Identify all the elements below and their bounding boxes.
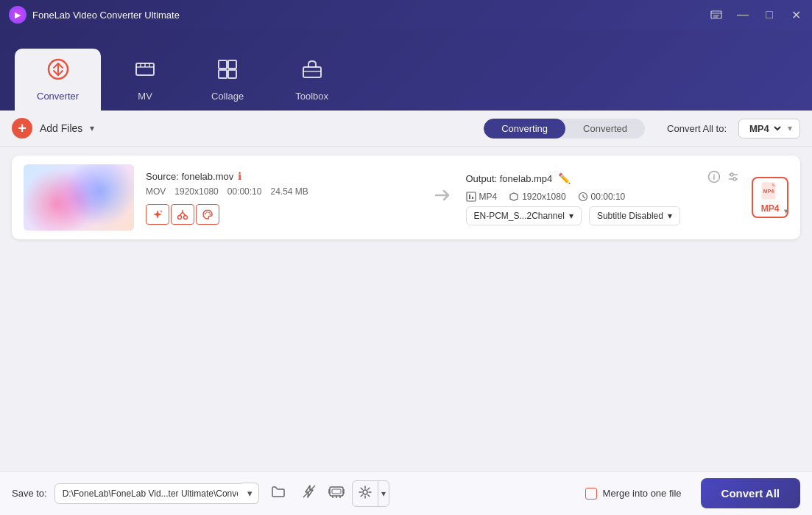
svg-point-17 [184, 216, 188, 220]
nav-tab-converter[interactable]: Converter [15, 49, 101, 111]
svg-rect-13 [228, 70, 236, 78]
file-list: Source: fonelab.mov ℹ MOV 1920x1080 00:0… [0, 147, 812, 248]
subtitle-dropdown[interactable]: Subtitle Disabled ▾ [589, 206, 680, 225]
format-badge-label: MP4 [761, 203, 780, 214]
file-thumbnail [24, 164, 134, 231]
gpu-button[interactable] [324, 481, 349, 505]
output-settings-button[interactable] [727, 170, 740, 187]
svg-point-24 [210, 214, 211, 215]
collage-icon [216, 57, 239, 86]
app-logo: ▶ [9, 6, 27, 24]
svg-point-21 [205, 213, 206, 214]
converter-tab-label: Converter [37, 91, 79, 102]
main-content: + Add Files ▾ Converting Converted Conve… [0, 111, 812, 471]
svg-point-51 [363, 490, 367, 494]
svg-rect-11 [228, 60, 236, 69]
add-files-label: Add Files [40, 122, 82, 134]
add-files-dropdown-arrow[interactable]: ▾ [90, 123, 94, 133]
merge-option: Merge into one file [585, 488, 682, 500]
minimize-button[interactable]: — [735, 7, 750, 22]
audio-dropdown-arrow: ▾ [569, 211, 573, 221]
mv-tab-label: MV [138, 91, 152, 102]
open-folder-button[interactable] [266, 482, 290, 505]
output-meta: MP4 1920x1080 00:00:10 [466, 192, 741, 202]
maximize-button[interactable]: □ [762, 7, 777, 22]
nav-tab-collage[interactable]: Collage [189, 49, 266, 111]
file-size: 24.54 MB [270, 186, 308, 197]
format-badge-arrow: ▾ [784, 207, 788, 215]
merge-label: Merge into one file [603, 488, 682, 499]
nav-tab-toolbox[interactable]: Toolbox [273, 49, 350, 111]
collage-tab-label: Collage [211, 91, 244, 102]
output-label: Output: fonelab.mp4 [466, 173, 553, 184]
subtitle-dropdown-arrow: ▾ [668, 211, 672, 221]
subtitle-value: Subtitle Disabled [597, 211, 663, 221]
convert-all-button[interactable]: Convert All [701, 478, 800, 508]
file-meta: MOV 1920x1080 00:00:10 24.54 MB [146, 186, 420, 197]
nav-tab-mv[interactable]: MV [108, 49, 182, 111]
file-info-right: Output: fonelab.mp4 ✏️ i [466, 170, 741, 225]
title-bar: ▶ FoneLab Video Converter Ultimate — □ ✕ [0, 0, 812, 29]
output-dropdowns: EN-PCM_S...2Channel ▾ Subtitle Disabled … [466, 206, 741, 225]
source-label: Source: fonelab.mov [146, 171, 233, 182]
save-path-dropdown-button[interactable]: ▾ [241, 483, 259, 504]
mv-icon [133, 57, 157, 86]
caption-button[interactable] [709, 7, 724, 22]
file-item: Source: fonelab.mov ℹ MOV 1920x1080 00:0… [12, 155, 800, 239]
file-duration: 00:00:10 [227, 186, 262, 197]
format-dropdown-icon: ▾ [788, 123, 792, 133]
output-resolution: 1920x1080 [522, 192, 565, 202]
palette-button[interactable] [196, 204, 219, 225]
svg-point-16 [178, 216, 182, 220]
converter-icon [46, 57, 70, 86]
audio-track-dropdown[interactable]: EN-PCM_S...2Channel ▾ [466, 206, 582, 225]
file-actions [146, 204, 420, 225]
converting-tab-button[interactable]: Converting [484, 119, 565, 139]
svg-point-29 [730, 173, 733, 176]
merge-checkbox[interactable] [585, 488, 597, 500]
save-path-input[interactable] [54, 483, 246, 504]
source-info-icon[interactable]: ℹ [238, 170, 241, 182]
svg-point-23 [208, 212, 210, 214]
svg-rect-41 [332, 489, 341, 494]
format-select[interactable]: MP4 AVI MOV MKV [746, 122, 783, 135]
format-badge[interactable]: MP4 MP4 ▾ [752, 177, 788, 218]
file-resolution: 1920x1080 [174, 186, 218, 197]
converting-converted-switcher: Converting Converted [484, 119, 645, 139]
converted-tab-button[interactable]: Converted [565, 119, 645, 139]
enhance-button[interactable] [146, 204, 169, 225]
output-info-button[interactable]: i [707, 170, 721, 187]
close-button[interactable]: ✕ [788, 7, 803, 22]
window-controls: — □ ✕ [709, 7, 803, 22]
save-path-group: ▾ [54, 483, 259, 504]
svg-text:MP4: MP4 [763, 189, 774, 194]
toolbar: + Add Files ▾ Converting Converted Conve… [0, 111, 812, 147]
save-to-label: Save to: [12, 488, 47, 499]
svg-line-36 [583, 197, 585, 198]
convert-arrow [432, 186, 454, 209]
svg-line-19 [183, 212, 186, 216]
svg-rect-32 [469, 195, 470, 199]
file-source: Source: fonelab.mov ℹ [146, 170, 241, 182]
toolbox-icon [300, 57, 324, 86]
settings-dropdown-button[interactable]: ▾ [378, 484, 389, 503]
settings-button[interactable] [353, 481, 378, 506]
app-title: FoneLab Video Converter Ultimate [32, 10, 709, 21]
svg-point-22 [206, 211, 208, 213]
svg-rect-33 [472, 197, 473, 199]
add-files-plus-button[interactable]: + [12, 118, 32, 139]
output-edit-icon[interactable]: ✏️ [558, 172, 571, 184]
svg-text:i: i [713, 173, 716, 181]
bottom-bar: Save to: ▾ [0, 471, 812, 515]
svg-point-30 [733, 178, 736, 181]
audio-track-value: EN-PCM_S...2Channel [474, 211, 565, 221]
svg-rect-14 [303, 67, 321, 77]
format-selector[interactable]: MP4 AVI MOV MKV ▾ [738, 119, 800, 139]
svg-line-18 [180, 212, 183, 216]
svg-rect-31 [467, 192, 476, 201]
cut-button[interactable] [171, 204, 194, 225]
flash-off-button[interactable] [297, 481, 321, 505]
bottom-tools: ▾ [297, 480, 389, 507]
output-format: MP4 [479, 192, 498, 202]
nav-bar: Converter MV Collage [0, 29, 812, 111]
